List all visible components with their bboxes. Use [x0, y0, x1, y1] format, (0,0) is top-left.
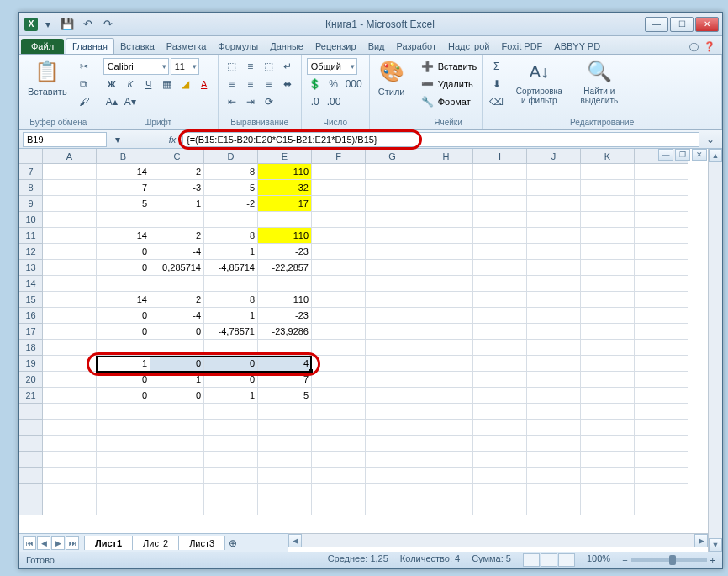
sheet-tab-1[interactable]: Лист1 [84, 536, 133, 550]
insert-cells-label[interactable]: Вставить [438, 61, 477, 71]
cell[interactable]: 32 [258, 180, 312, 196]
cell[interactable] [312, 244, 366, 260]
cell[interactable] [43, 308, 97, 324]
cell[interactable] [204, 499, 258, 515]
cell[interactable] [204, 276, 258, 292]
sheet-tab-3[interactable]: Лист3 [178, 536, 225, 550]
cell[interactable] [527, 292, 581, 308]
cell[interactable]: 0 [97, 372, 150, 388]
cell[interactable] [635, 468, 688, 484]
name-box[interactable]: B19 [23, 132, 107, 147]
cell[interactable] [43, 388, 97, 404]
underline-button[interactable]: Ч [140, 76, 157, 92]
cell[interactable] [527, 276, 581, 292]
cell[interactable]: 8 [204, 228, 258, 244]
clear-icon[interactable]: ⌫ [488, 93, 505, 110]
cell[interactable] [366, 420, 419, 436]
cell[interactable] [635, 372, 688, 388]
cell[interactable] [581, 260, 635, 276]
cell[interactable] [635, 452, 688, 468]
row-header[interactable]: 10 [19, 212, 43, 228]
cell[interactable] [581, 164, 635, 180]
cell[interactable] [419, 388, 473, 404]
row-header[interactable]: 20 [19, 372, 43, 388]
cell[interactable] [150, 484, 204, 499]
cell[interactable] [527, 452, 581, 468]
cell[interactable]: 14 [97, 228, 150, 244]
tab-foxit[interactable]: Foxit PDF [495, 39, 548, 54]
cell[interactable] [473, 436, 527, 452]
cell[interactable] [527, 436, 581, 452]
cell[interactable] [43, 484, 97, 499]
cell[interactable] [43, 340, 97, 356]
row-header[interactable]: 18 [19, 340, 43, 356]
insert-cells-icon[interactable]: ➕ [419, 58, 436, 75]
cell[interactable]: 0 [97, 244, 150, 260]
help-icon[interactable]: ❓ [704, 41, 715, 54]
cell[interactable] [419, 499, 473, 515]
workbook-restore-button[interactable]: ❐ [675, 149, 690, 161]
cell[interactable] [419, 420, 473, 436]
fill-color-button[interactable]: ◢ [177, 76, 194, 92]
cell[interactable] [635, 340, 688, 356]
cell[interactable] [258, 404, 312, 420]
cell[interactable] [527, 212, 581, 228]
cell[interactable] [258, 499, 312, 515]
row-header[interactable]: 16 [19, 308, 43, 324]
align-right-icon[interactable]: ≡ [261, 76, 277, 92]
cell[interactable] [43, 212, 97, 228]
cell[interactable] [473, 452, 527, 468]
cell[interactable] [366, 452, 419, 468]
cell[interactable] [581, 324, 635, 340]
cell[interactable]: 4 [258, 356, 312, 372]
cell[interactable] [366, 372, 419, 388]
sort-filter-button[interactable]: A↓ Сортировка и фильтр [509, 56, 569, 107]
cell[interactable] [473, 388, 527, 404]
cell[interactable] [419, 276, 473, 292]
zoom-in-button[interactable]: + [710, 555, 715, 565]
cell[interactable] [43, 452, 97, 468]
copy-icon[interactable]: ⧉ [76, 76, 92, 92]
cell[interactable] [312, 180, 366, 196]
format-cells-label[interactable]: Формат [438, 97, 471, 107]
fill-icon[interactable]: ⬇ [488, 76, 505, 92]
align-middle-icon[interactable]: ≡ [242, 58, 259, 75]
cell[interactable] [581, 356, 635, 372]
cell[interactable]: 0,285714 [150, 260, 204, 276]
cell[interactable] [43, 260, 97, 276]
cell[interactable] [527, 420, 581, 436]
cell[interactable] [527, 244, 581, 260]
row-header[interactable]: 14 [19, 276, 43, 292]
undo-icon[interactable]: ↶ [78, 15, 97, 34]
cell[interactable] [366, 244, 419, 260]
cell[interactable] [366, 484, 419, 499]
cell[interactable]: 8 [204, 292, 258, 308]
cell[interactable] [258, 420, 312, 436]
cell[interactable] [635, 212, 688, 228]
cell[interactable] [419, 228, 473, 244]
cell[interactable] [473, 260, 527, 276]
cell[interactable]: 0 [204, 356, 258, 372]
row-header[interactable]: 7 [19, 164, 43, 180]
cell[interactable] [419, 372, 473, 388]
comma-icon[interactable]: 000 [344, 76, 364, 92]
cell[interactable] [150, 340, 204, 356]
save-icon[interactable]: 💾 [58, 15, 76, 34]
cell[interactable] [204, 420, 258, 436]
cell[interactable] [581, 484, 635, 499]
cell[interactable] [97, 404, 150, 420]
cell[interactable] [150, 452, 204, 468]
cell[interactable] [635, 484, 688, 499]
chevron-down-icon[interactable]: ▾ [40, 16, 56, 33]
column-header[interactable]: G [366, 149, 419, 164]
cell[interactable] [366, 340, 419, 356]
delete-cells-label[interactable]: Удалить [438, 79, 473, 89]
cell[interactable] [366, 404, 419, 420]
align-left-icon[interactable]: ≡ [224, 76, 240, 92]
cell[interactable]: -4,85714 [204, 260, 258, 276]
cell[interactable] [473, 196, 527, 212]
tab-data[interactable]: Данные [264, 39, 309, 54]
cell[interactable] [527, 372, 581, 388]
wrap-text-icon[interactable]: ↵ [279, 58, 296, 75]
cell[interactable] [581, 228, 635, 244]
